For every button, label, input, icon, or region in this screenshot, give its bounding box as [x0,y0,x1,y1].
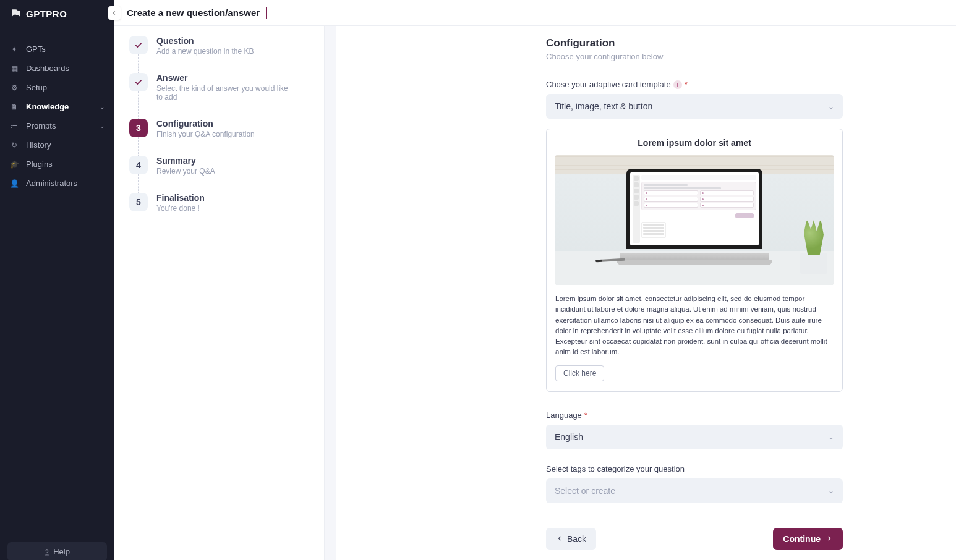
step-title: Summary [156,156,215,166]
step-title: Configuration [156,119,255,129]
step-title: Answer [156,73,292,83]
step-badge-todo: 4 [129,156,148,174]
nav-item-knowledge[interactable]: 🗎 Knowledge ⌄ [0,97,114,116]
step-connector [138,137,139,157]
nav-item-dashboards[interactable]: ▦ Dashboards [0,59,114,78]
preview-click-button[interactable]: Click here [555,365,604,381]
nav-item-gpts[interactable]: ✦ GPTs [0,40,114,59]
title-cursor [266,7,267,19]
nav-label: Dashboards [26,64,69,73]
step-badge-current: 3 [129,119,148,137]
nav-label: History [26,140,51,150]
sidebar-collapse-button[interactable] [108,6,121,20]
dashboard-icon: ▦ [10,64,19,73]
language-form-group: Language * English ⌄ [546,410,843,449]
nav-item-administrators[interactable]: 👤 Administrators [0,174,114,193]
nav-label: Knowledge [26,102,69,111]
footer-actions: Back Continue [546,528,843,550]
content: Question Add a new question in the KB An… [114,26,956,560]
tags-form-group: Select tags to categorize your question … [546,464,843,503]
step-sub: Add a new question in the KB [156,47,254,56]
step-question[interactable]: Question Add a new question in the KB [129,36,309,73]
preview-image [555,155,834,285]
arrow-right-icon [826,534,833,544]
sidebar: GPTPRO ✦ GPTs ▦ Dashboards ⚙ Setup 🗎 Kno… [0,0,114,560]
step-title: Finalisation [156,193,205,203]
preview-body: Lorem ipsum dolor sit amet, consectetur … [555,294,834,358]
laptop-illustration [620,169,769,274]
template-preview-card: Lorem ipsum dolor sit amet [546,129,843,392]
step-finalisation[interactable]: 5 Finalisation You're done ! [129,193,309,213]
step-configuration[interactable]: 3 Configuration Finish your Q&A configur… [129,119,309,156]
back-button[interactable]: Back [546,528,596,550]
preview-title: Lorem ipsum dolor sit amet [555,138,834,148]
chevron-down-icon: ⌄ [100,103,105,110]
step-answer[interactable]: Answer Select the kind of answer you wou… [129,73,309,119]
tags-placeholder: Select or create [555,486,615,496]
template-value: Title, image, text & button [555,101,652,111]
step-sub: Review your Q&A [156,167,215,176]
step-sub: Select the kind of answer you would like… [156,84,292,101]
clock-icon: ↻ [10,141,19,150]
step-sub: You're done ! [156,204,205,213]
required-mark: * [685,80,688,89]
nav-label: Plugins [26,159,53,169]
required-mark: * [584,410,587,420]
nav-item-setup[interactable]: ⚙ Setup [0,78,114,97]
chevron-down-icon: ⌄ [828,433,834,441]
help-label: Help [53,547,70,556]
step-connector [138,174,139,194]
tags-label: Select tags to categorize your question [546,464,843,473]
template-select[interactable]: Title, image, text & button ⌄ [546,94,843,119]
tags-select[interactable]: Select or create ⌄ [546,478,843,503]
config-panel: Configuration Choose your configuration … [336,26,956,560]
nav-label: Prompts [26,121,56,130]
brand-mark-icon [10,7,22,20]
step-badge-done [129,36,148,54]
help-button[interactable]: ⍰ Help [7,542,107,561]
user-icon: 👤 [10,179,19,188]
template-form-group: Chose your adaptive card template i * Ti… [546,80,843,392]
step-title: Question [156,36,254,46]
stepper: Question Add a new question in the KB An… [114,26,325,560]
chevron-down-icon: ⌄ [828,102,834,111]
plugin-icon: 🎓 [10,160,19,169]
sidebar-footer: ⍰ Help [0,535,114,561]
sparkle-icon: ✦ [10,45,19,54]
step-connector [138,91,139,120]
template-label: Chose your adaptive card template i * [546,80,843,89]
nav-item-history[interactable]: ↻ History [0,135,114,155]
topbar: Create a new question/answer [114,0,956,26]
info-icon[interactable]: i [673,80,682,89]
help-icon: ⍰ [45,547,49,556]
brand-name: GPTPRO [26,9,67,19]
document-icon: 🗎 [10,103,19,111]
nav-item-plugins[interactable]: 🎓 Plugins [0,155,114,174]
language-select[interactable]: English ⌄ [546,425,843,449]
gear-icon: ⚙ [10,83,19,92]
page-title: Create a new question/answer [127,7,260,18]
step-summary[interactable]: 4 Summary Review your Q&A [129,156,309,193]
nav-label: Administrators [26,179,77,188]
panel-subtitle: Choose your configuration below [546,52,843,61]
step-badge-todo: 5 [129,193,148,211]
main: Create a new question/answer Question Ad… [114,0,956,560]
prompt-icon: ≔ [10,122,19,130]
column-gap [325,26,336,560]
step-sub: Finish your Q&A configuration [156,130,255,138]
panel-title: Configuration [546,37,843,49]
plant-decoration [800,224,827,274]
nav-label: Setup [26,83,47,92]
chevron-down-icon: ⌄ [100,122,105,129]
nav-list: ✦ GPTs ▦ Dashboards ⚙ Setup 🗎 Knowledge … [0,40,114,535]
chevron-down-icon: ⌄ [828,486,834,495]
brand-logo: GPTPRO [0,0,114,27]
nav-label: GPTs [26,45,46,54]
nav-item-prompts[interactable]: ≔ Prompts ⌄ [0,116,114,135]
language-label: Language * [546,410,843,420]
step-connector [138,54,139,74]
continue-button[interactable]: Continue [773,528,843,550]
language-value: English [555,432,583,442]
arrow-left-icon [556,534,563,544]
step-badge-done [129,73,148,91]
